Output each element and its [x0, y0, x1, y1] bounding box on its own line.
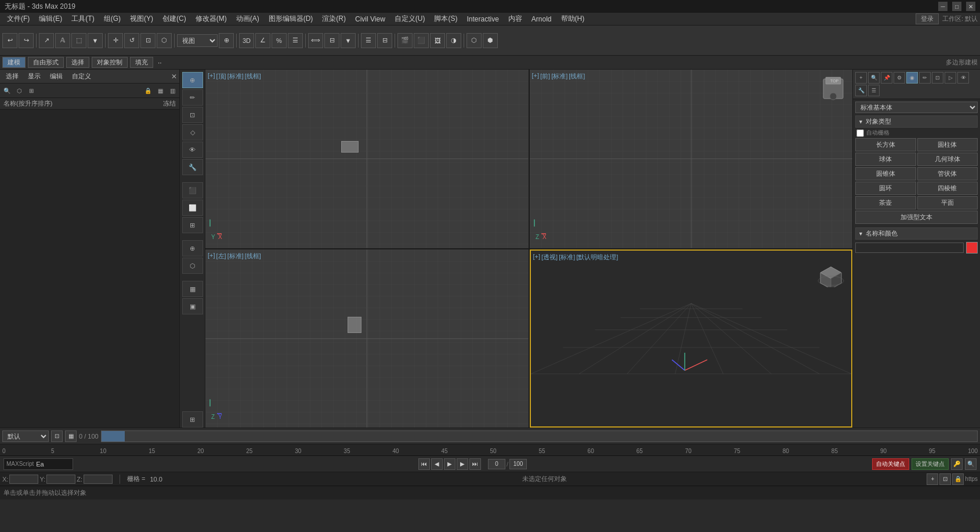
- timeline-icon1[interactable]: ⊡: [51, 430, 63, 442]
- vp-top-wire[interactable]: [线框]: [245, 72, 261, 81]
- se-column1-button[interactable]: ▦: [154, 85, 166, 96]
- object-paint-tab[interactable]: 对象控制: [92, 57, 128, 68]
- layer-button[interactable]: ☰: [361, 33, 376, 48]
- select-region-button[interactable]: ⬚: [71, 33, 86, 48]
- percent-snap-button[interactable]: %: [272, 33, 287, 48]
- rp-utility-btn[interactable]: 🔧: [855, 85, 867, 96]
- rp-type-torus[interactable]: 圆环: [855, 182, 916, 195]
- rp-type-plane[interactable]: 平面: [917, 196, 978, 209]
- prev-key-btn[interactable]: ◀: [431, 458, 443, 470]
- material-editor-button[interactable]: ⬡: [467, 33, 482, 48]
- login-button[interactable]: 登录: [916, 13, 939, 24]
- menu-tools[interactable]: 工具(T): [67, 13, 99, 25]
- vp-front-plus[interactable]: [+]: [532, 72, 540, 81]
- rp-add-btn[interactable]: +: [855, 72, 867, 84]
- render-button[interactable]: ⬛: [414, 33, 429, 48]
- sidebar-sub1[interactable]: ⬛: [182, 182, 203, 198]
- viewport-left[interactable]: Z Y [+] [左] [标准] [线框]: [205, 249, 529, 428]
- rp-auto-grid-checkbox[interactable]: [856, 129, 864, 137]
- close-button[interactable]: ✕: [966, 2, 975, 11]
- sidebar-create[interactable]: ⊕: [182, 72, 203, 88]
- select-region-type[interactable]: ▼: [88, 33, 103, 48]
- sidebar-hierarchy[interactable]: ⊡: [182, 107, 203, 123]
- sidebar-modify[interactable]: ✏: [182, 89, 203, 106]
- align-dropdown[interactable]: ▼: [341, 33, 356, 48]
- auto-key-button[interactable]: 自动关键点: [872, 458, 909, 470]
- angle-snap-button[interactable]: ∠: [255, 33, 270, 48]
- menu-scripting[interactable]: 脚本(S): [429, 13, 462, 25]
- select-button[interactable]: ↗: [39, 33, 54, 48]
- rp-type-cylinder[interactable]: 圆柱体: [917, 138, 978, 151]
- sidebar-schematic[interactable]: ⊕: [182, 240, 203, 256]
- scale-button[interactable]: ⊡: [140, 33, 156, 48]
- vp-front-std[interactable]: [标准]: [551, 72, 567, 81]
- se-tab-customize[interactable]: 自定义: [68, 71, 95, 82]
- rp-create-btn[interactable]: ◉: [906, 72, 918, 84]
- rp-type-tube[interactable]: 管状体: [917, 167, 978, 180]
- menu-interactive[interactable]: Interactive: [462, 14, 503, 24]
- vp-left-view[interactable]: [左]: [216, 252, 226, 260]
- rp-type-pyramid[interactable]: 四棱锥: [917, 182, 978, 195]
- menu-graph-editors[interactable]: 图形编辑器(D): [264, 13, 318, 25]
- vp-persp-plus[interactable]: [+]: [533, 253, 541, 262]
- render-setup-button[interactable]: 🎬: [397, 33, 413, 48]
- rp-type-sphere[interactable]: 球体: [855, 153, 916, 166]
- render-map-button[interactable]: ⬢: [483, 33, 498, 48]
- rotate-button[interactable]: ↺: [124, 33, 139, 48]
- rp-type-box[interactable]: 长方体: [855, 138, 916, 151]
- sidebar-motion[interactable]: ◇: [182, 124, 203, 140]
- selection-tab[interactable]: 选择: [66, 57, 89, 68]
- create-tab[interactable]: 建模: [2, 57, 26, 68]
- active-shade-button[interactable]: ◑: [446, 33, 461, 48]
- rp-type-geosphere[interactable]: 几何球体: [917, 153, 978, 166]
- sidebar-display[interactable]: 👁: [182, 142, 203, 158]
- rp-color-swatch[interactable]: [966, 242, 978, 254]
- vp-persp-shading[interactable]: [默认明暗处理]: [576, 253, 618, 262]
- rp-type-textplus[interactable]: 加强型文本: [855, 211, 978, 224]
- move-button[interactable]: ✛: [108, 33, 123, 48]
- menu-create[interactable]: 创建(C): [158, 13, 191, 25]
- menu-view[interactable]: 视图(Y): [125, 13, 158, 25]
- rp-hierarchy-btn[interactable]: ⊡: [932, 72, 943, 84]
- vp-left-wire[interactable]: [线框]: [245, 252, 261, 260]
- sidebar-grid2[interactable]: ▣: [182, 298, 203, 314]
- menu-animate[interactable]: 动画(A): [232, 13, 264, 25]
- se-close-button[interactable]: ✕: [171, 73, 177, 81]
- spinner-snap-button[interactable]: ☰: [288, 33, 303, 48]
- menu-arnold[interactable]: Arnold: [527, 14, 556, 24]
- menu-group[interactable]: 组(G): [99, 13, 125, 25]
- rp-motion-btn[interactable]: ▷: [945, 72, 956, 84]
- menu-content[interactable]: 内容: [504, 13, 527, 25]
- current-frame-input[interactable]: [488, 459, 505, 469]
- vp-top-plus[interactable]: [+]: [208, 72, 215, 81]
- vp-persp-std[interactable]: [标准]: [559, 253, 575, 262]
- x-coord-input[interactable]: [9, 475, 38, 484]
- timeline-icon2[interactable]: ▦: [65, 430, 77, 442]
- undo-button[interactable]: ↩: [2, 33, 17, 48]
- status-icon2[interactable]: 🔒: [952, 473, 964, 485]
- sidebar-sub2[interactable]: ⬜: [182, 200, 203, 216]
- vp-left-plus[interactable]: [+]: [208, 252, 215, 260]
- menu-edit[interactable]: 编辑(E): [34, 13, 67, 25]
- maximize-button[interactable]: □: [952, 2, 961, 11]
- menu-civil-view[interactable]: Civil View: [350, 14, 390, 24]
- se-tab-select[interactable]: 选择: [2, 71, 22, 82]
- key-mode-btn[interactable]: 🔑: [951, 458, 963, 470]
- vp-persp-view[interactable]: [透视]: [541, 253, 558, 262]
- se-tab-edit[interactable]: 编辑: [46, 71, 66, 82]
- coord-system-dropdown[interactable]: 视图: [177, 34, 218, 47]
- rp-display-btn[interactable]: 👁: [957, 72, 969, 84]
- align-button[interactable]: ⊟: [324, 33, 339, 48]
- place-button[interactable]: ⬡: [157, 33, 172, 48]
- status-icon1[interactable]: ⊡: [939, 473, 951, 485]
- vp-top-std[interactable]: [标准]: [227, 72, 244, 81]
- frame-handle[interactable]: [102, 431, 125, 441]
- sidebar-extra[interactable]: ⊞: [182, 411, 203, 428]
- rp-name-input[interactable]: [855, 243, 964, 253]
- filter-btn[interactable]: 🔍: [965, 458, 977, 470]
- rp-type-teapot[interactable]: 茶壶: [855, 196, 916, 209]
- snap-3d-button[interactable]: 3D: [239, 33, 254, 48]
- sidebar-utilities[interactable]: 🔧: [182, 159, 203, 175]
- next-key-btn[interactable]: ▶: [457, 458, 468, 470]
- extra-tab-dots[interactable]: ··: [158, 59, 162, 67]
